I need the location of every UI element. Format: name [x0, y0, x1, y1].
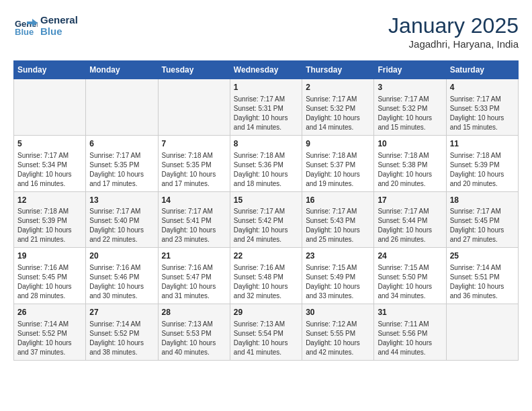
day-number: 15 — [234, 195, 298, 206]
weekday-header-tuesday: Tuesday — [158, 61, 230, 79]
day-info: Sunrise: 7:17 AM Sunset: 5:32 PM Dayligh… — [306, 95, 370, 132]
logo-line2: Blue — [40, 26, 78, 37]
day-number: 3 — [378, 82, 442, 93]
empty-cell — [158, 79, 230, 136]
day-number: 20 — [89, 250, 154, 262]
empty-cell — [86, 79, 158, 136]
day-info: Sunrise: 7:12 AM Sunset: 5:55 PM Dayligh… — [306, 320, 370, 357]
day-info: Sunrise: 7:17 AM Sunset: 5:42 PM Dayligh… — [234, 207, 298, 244]
day-number: 2 — [306, 82, 370, 93]
day-info: Sunrise: 7:18 AM Sunset: 5:37 PM Dayligh… — [306, 151, 370, 189]
day-number: 9 — [306, 138, 370, 150]
day-number: 11 — [450, 138, 515, 150]
calendar-table: SundayMondayTuesdayWednesdayThursdayFrid… — [13, 60, 519, 361]
week-row-1: 5Sunrise: 7:17 AM Sunset: 5:34 PM Daylig… — [14, 135, 519, 191]
day-cell-17: 17Sunrise: 7:17 AM Sunset: 5:44 PM Dayli… — [374, 191, 446, 248]
day-cell-1: 1Sunrise: 7:17 AM Sunset: 5:31 PM Daylig… — [230, 79, 302, 136]
logo-icon: General Blue — [13, 13, 38, 38]
day-info: Sunrise: 7:18 AM Sunset: 5:38 PM Dayligh… — [378, 151, 442, 189]
day-cell-23: 23Sunrise: 7:15 AM Sunset: 5:49 PM Dayli… — [302, 248, 374, 304]
day-cell-30: 30Sunrise: 7:12 AM Sunset: 5:55 PM Dayli… — [302, 304, 374, 361]
svg-text:Blue: Blue — [15, 27, 34, 37]
weekday-header-friday: Friday — [374, 61, 446, 79]
empty-cell — [14, 79, 86, 136]
day-info: Sunrise: 7:17 AM Sunset: 5:34 PM Dayligh… — [17, 151, 82, 189]
day-info: Sunrise: 7:14 AM Sunset: 5:52 PM Dayligh… — [17, 320, 82, 357]
weekday-header-row: SundayMondayTuesdayWednesdayThursdayFrid… — [14, 61, 519, 79]
day-cell-11: 11Sunrise: 7:18 AM Sunset: 5:39 PM Dayli… — [446, 135, 518, 191]
day-cell-13: 13Sunrise: 7:17 AM Sunset: 5:40 PM Dayli… — [86, 191, 158, 248]
day-info: Sunrise: 7:16 AM Sunset: 5:46 PM Dayligh… — [89, 263, 154, 301]
day-cell-12: 12Sunrise: 7:18 AM Sunset: 5:39 PM Dayli… — [14, 191, 86, 248]
day-cell-21: 21Sunrise: 7:16 AM Sunset: 5:47 PM Dayli… — [158, 248, 230, 304]
day-number: 18 — [450, 195, 515, 206]
day-cell-27: 27Sunrise: 7:14 AM Sunset: 5:52 PM Dayli… — [86, 304, 158, 361]
empty-cell — [446, 304, 518, 361]
day-number: 16 — [306, 195, 370, 206]
day-cell-6: 6Sunrise: 7:17 AM Sunset: 5:35 PM Daylig… — [86, 135, 158, 191]
week-row-3: 19Sunrise: 7:16 AM Sunset: 5:45 PM Dayli… — [14, 248, 519, 304]
day-info: Sunrise: 7:15 AM Sunset: 5:49 PM Dayligh… — [306, 263, 370, 301]
day-number: 29 — [234, 307, 298, 318]
day-number: 23 — [306, 250, 370, 262]
day-info: Sunrise: 7:16 AM Sunset: 5:47 PM Dayligh… — [162, 263, 226, 301]
day-number: 13 — [89, 195, 154, 206]
day-cell-7: 7Sunrise: 7:18 AM Sunset: 5:35 PM Daylig… — [158, 135, 230, 191]
day-number: 28 — [162, 307, 226, 318]
weekday-header-saturday: Saturday — [446, 61, 518, 79]
day-cell-9: 9Sunrise: 7:18 AM Sunset: 5:37 PM Daylig… — [302, 135, 374, 191]
day-info: Sunrise: 7:17 AM Sunset: 5:44 PM Dayligh… — [378, 207, 442, 244]
day-cell-5: 5Sunrise: 7:17 AM Sunset: 5:34 PM Daylig… — [14, 135, 86, 191]
day-cell-2: 2Sunrise: 7:17 AM Sunset: 5:32 PM Daylig… — [302, 79, 374, 136]
day-number: 26 — [17, 307, 82, 318]
day-number: 22 — [234, 250, 298, 262]
day-info: Sunrise: 7:17 AM Sunset: 5:33 PM Dayligh… — [450, 95, 515, 132]
day-number: 14 — [162, 195, 226, 206]
day-cell-16: 16Sunrise: 7:17 AM Sunset: 5:43 PM Dayli… — [302, 191, 374, 248]
day-cell-15: 15Sunrise: 7:17 AM Sunset: 5:42 PM Dayli… — [230, 191, 302, 248]
day-number: 24 — [378, 250, 442, 262]
day-number: 1 — [234, 82, 298, 93]
day-info: Sunrise: 7:15 AM Sunset: 5:50 PM Dayligh… — [378, 263, 442, 301]
day-cell-8: 8Sunrise: 7:18 AM Sunset: 5:36 PM Daylig… — [230, 135, 302, 191]
weekday-header-sunday: Sunday — [14, 61, 86, 79]
day-number: 30 — [306, 307, 370, 318]
day-info: Sunrise: 7:13 AM Sunset: 5:53 PM Dayligh… — [162, 320, 226, 357]
day-number: 8 — [234, 138, 298, 150]
day-info: Sunrise: 7:17 AM Sunset: 5:35 PM Dayligh… — [89, 151, 154, 189]
week-row-2: 12Sunrise: 7:18 AM Sunset: 5:39 PM Dayli… — [14, 191, 519, 248]
day-number: 27 — [89, 307, 154, 318]
day-number: 31 — [378, 307, 442, 318]
day-info: Sunrise: 7:17 AM Sunset: 5:45 PM Dayligh… — [450, 207, 515, 244]
day-number: 21 — [162, 250, 226, 262]
day-cell-26: 26Sunrise: 7:14 AM Sunset: 5:52 PM Dayli… — [14, 304, 86, 361]
day-info: Sunrise: 7:18 AM Sunset: 5:39 PM Dayligh… — [17, 207, 82, 244]
day-cell-25: 25Sunrise: 7:14 AM Sunset: 5:51 PM Dayli… — [446, 248, 518, 304]
day-info: Sunrise: 7:13 AM Sunset: 5:54 PM Dayligh… — [234, 320, 298, 357]
day-number: 6 — [89, 138, 154, 150]
day-info: Sunrise: 7:17 AM Sunset: 5:41 PM Dayligh… — [162, 207, 226, 244]
day-number: 5 — [17, 138, 82, 150]
day-number: 4 — [450, 82, 515, 93]
day-cell-4: 4Sunrise: 7:17 AM Sunset: 5:33 PM Daylig… — [446, 79, 518, 136]
weekday-header-wednesday: Wednesday — [230, 61, 302, 79]
day-cell-28: 28Sunrise: 7:13 AM Sunset: 5:53 PM Dayli… — [158, 304, 230, 361]
day-info: Sunrise: 7:11 AM Sunset: 5:56 PM Dayligh… — [378, 320, 442, 357]
title-block: January 2025 Jagadhri, Haryana, India — [388, 13, 519, 50]
day-info: Sunrise: 7:14 AM Sunset: 5:51 PM Dayligh… — [450, 263, 515, 301]
day-cell-29: 29Sunrise: 7:13 AM Sunset: 5:54 PM Dayli… — [230, 304, 302, 361]
day-cell-20: 20Sunrise: 7:16 AM Sunset: 5:46 PM Dayli… — [86, 248, 158, 304]
weekday-header-thursday: Thursday — [302, 61, 374, 79]
day-info: Sunrise: 7:14 AM Sunset: 5:52 PM Dayligh… — [89, 320, 154, 357]
day-cell-31: 31Sunrise: 7:11 AM Sunset: 5:56 PM Dayli… — [374, 304, 446, 361]
day-info: Sunrise: 7:18 AM Sunset: 5:39 PM Dayligh… — [450, 151, 515, 189]
page-header: General Blue General Blue January 2025 J… — [13, 13, 519, 50]
day-cell-24: 24Sunrise: 7:15 AM Sunset: 5:50 PM Dayli… — [374, 248, 446, 304]
month-title: January 2025 — [388, 13, 519, 38]
day-number: 19 — [17, 250, 82, 262]
day-cell-18: 18Sunrise: 7:17 AM Sunset: 5:45 PM Dayli… — [446, 191, 518, 248]
day-cell-19: 19Sunrise: 7:16 AM Sunset: 5:45 PM Dayli… — [14, 248, 86, 304]
day-cell-14: 14Sunrise: 7:17 AM Sunset: 5:41 PM Dayli… — [158, 191, 230, 248]
week-row-0: 1Sunrise: 7:17 AM Sunset: 5:31 PM Daylig… — [14, 79, 519, 136]
day-info: Sunrise: 7:18 AM Sunset: 5:36 PM Dayligh… — [234, 151, 298, 189]
